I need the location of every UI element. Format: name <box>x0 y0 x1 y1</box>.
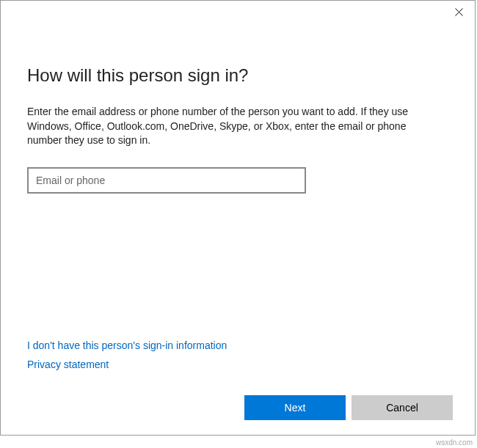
close-icon <box>455 8 463 16</box>
cancel-button[interactable]: Cancel <box>352 395 453 420</box>
dialog-content: How will this person sign in? Enter the … <box>1 23 475 194</box>
add-user-dialog: How will this person sign in? Enter the … <box>0 0 476 436</box>
watermark: wsxdn.com <box>436 438 473 447</box>
close-button[interactable] <box>443 1 475 23</box>
next-button[interactable]: Next <box>244 395 346 420</box>
dialog-links: I don't have this person's sign-in infor… <box>27 339 227 378</box>
email-or-phone-input[interactable] <box>27 167 306 194</box>
titlebar <box>1 1 475 23</box>
dialog-description: Enter the email address or phone number … <box>27 105 438 148</box>
no-signin-info-link[interactable]: I don't have this person's sign-in infor… <box>27 339 227 351</box>
dialog-buttons: Next Cancel <box>244 395 453 420</box>
privacy-statement-link[interactable]: Privacy statement <box>27 359 227 370</box>
dialog-heading: How will this person sign in? <box>27 65 448 86</box>
